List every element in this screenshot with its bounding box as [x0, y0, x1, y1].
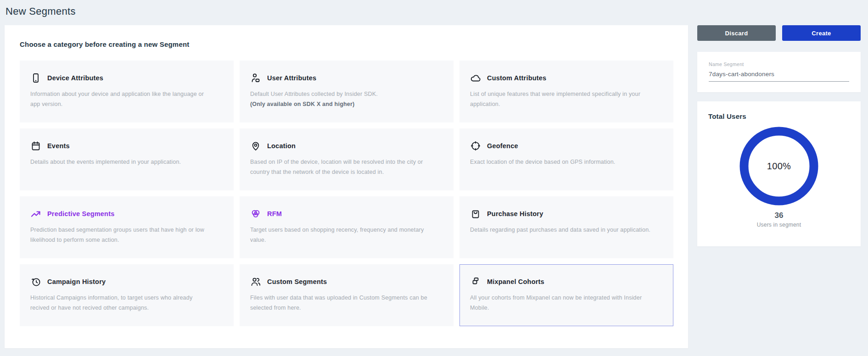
category-head: Device Attributes	[30, 72, 222, 83]
name-segment-card: Name Segment	[697, 52, 861, 92]
category-desc: Historical Campaigns information, to tar…	[30, 293, 213, 313]
category-head: Geofence	[470, 140, 662, 151]
category-desc: Exact location of the device based on GP…	[470, 157, 652, 167]
category-grid: Device Attributes Information about your…	[20, 61, 673, 326]
device-icon	[30, 72, 41, 83]
category-title: Custom Attributes	[487, 74, 546, 82]
users-count-caption: Users in segment	[708, 222, 850, 228]
users-count: 36	[708, 211, 850, 220]
category-desc: Details regarding past purchases and dat…	[470, 225, 652, 235]
category-card-predictive-segments[interactable]: Predictive Segments Prediction based seg…	[20, 196, 234, 258]
category-card-purchase-history[interactable]: Purchase History Details regarding past …	[459, 196, 673, 258]
category-head: Custom Attributes	[470, 72, 662, 83]
cloud-icon	[470, 72, 481, 83]
category-head: Custom Segments	[250, 276, 442, 287]
user-icon	[250, 72, 261, 83]
category-title: Custom Segments	[267, 278, 327, 285]
category-card-mixpanel-cohorts[interactable]: Mixpanel Cohorts All your cohorts from M…	[459, 264, 673, 326]
category-title: User Attributes	[267, 74, 316, 82]
page-title: New Segments	[6, 6, 76, 17]
category-card-device-attributes[interactable]: Device Attributes Information about your…	[20, 61, 234, 122]
donut-percent-label: 100%	[739, 127, 818, 206]
category-card-user-attributes[interactable]: User Attributes Default User Attributes …	[240, 61, 454, 122]
category-card-rfm[interactable]: RFM Target users based on shopping recen…	[240, 196, 454, 258]
action-buttons: Discard Create	[697, 25, 861, 41]
category-head: User Attributes	[250, 72, 442, 83]
total-users-card: Total Users 100% 36 Users in segment	[697, 101, 861, 246]
calendar-icon	[30, 140, 41, 151]
category-card-events[interactable]: Events Details about the events implemen…	[20, 128, 234, 190]
category-title: Location	[267, 142, 296, 150]
category-card-custom-segments[interactable]: Custom Segments Files with user data tha…	[240, 264, 454, 326]
category-card-campaign-history[interactable]: Campaign History Historical Campaigns in…	[20, 264, 234, 326]
trending-up-icon	[30, 208, 41, 219]
discard-button[interactable]: Discard	[697, 25, 776, 41]
category-card-geofence[interactable]: Geofence Exact location of the device ba…	[459, 128, 673, 190]
category-desc: Information about your device and applic…	[30, 89, 213, 110]
category-title: Campaign History	[47, 278, 106, 285]
name-segment-input[interactable]	[709, 67, 849, 82]
panel-heading: Choose a category before creating a new …	[20, 40, 673, 48]
category-head: Campaign History	[30, 276, 222, 287]
create-button[interactable]: Create	[782, 25, 861, 41]
category-head: Predictive Segments	[30, 208, 222, 219]
right-rail: Discard Create Name Segment Total Users …	[697, 25, 861, 246]
category-head: Location	[250, 140, 442, 151]
category-card-custom-attributes[interactable]: Custom Attributes List of unique feature…	[459, 61, 673, 122]
category-desc: All your cohorts from Mixpanel can now b…	[470, 293, 652, 313]
category-title: Predictive Segments	[47, 210, 114, 217]
category-head: Purchase History	[470, 208, 662, 219]
total-users-donut-chart: 100%	[739, 127, 818, 206]
name-segment-label: Name Segment	[709, 61, 849, 67]
category-desc: Files with user data that was uploaded i…	[250, 293, 432, 313]
category-title: Mixpanel Cohorts	[487, 278, 544, 285]
category-head: Events	[30, 140, 222, 151]
category-desc: Prediction based segmentation groups use…	[30, 225, 213, 245]
category-title: Geofence	[487, 142, 518, 150]
total-users-heading: Total Users	[708, 112, 850, 120]
category-title: RFM	[267, 210, 282, 217]
category-card-location[interactable]: Location Based on IP of the device, loca…	[240, 128, 454, 190]
users-icon	[250, 276, 261, 287]
category-desc: Based on IP of the device, location will…	[250, 157, 432, 178]
venn-circles-icon	[250, 208, 261, 219]
category-title: Device Attributes	[47, 74, 103, 82]
category-desc: Target users based on shopping recency, …	[250, 225, 432, 245]
category-desc: Details about the events implemented in …	[30, 157, 213, 167]
shopping-bag-icon	[470, 208, 481, 219]
category-desc: Default User Attributes collected by Ins…	[250, 89, 432, 100]
category-desc: List of unique features that were implem…	[470, 89, 652, 110]
category-title: Events	[47, 142, 70, 150]
category-desc-note: (Only available on SDK X and higher)	[250, 100, 442, 109]
category-head: RFM	[250, 208, 442, 219]
category-panel: Choose a category before creating a new …	[5, 25, 688, 348]
category-head: Mixpanel Cohorts	[470, 276, 662, 287]
location-pin-icon	[250, 140, 261, 151]
history-clock-icon	[30, 276, 41, 287]
category-title: Purchase History	[487, 210, 543, 217]
geofence-target-icon	[470, 140, 481, 151]
linked-squares-icon	[470, 276, 481, 287]
